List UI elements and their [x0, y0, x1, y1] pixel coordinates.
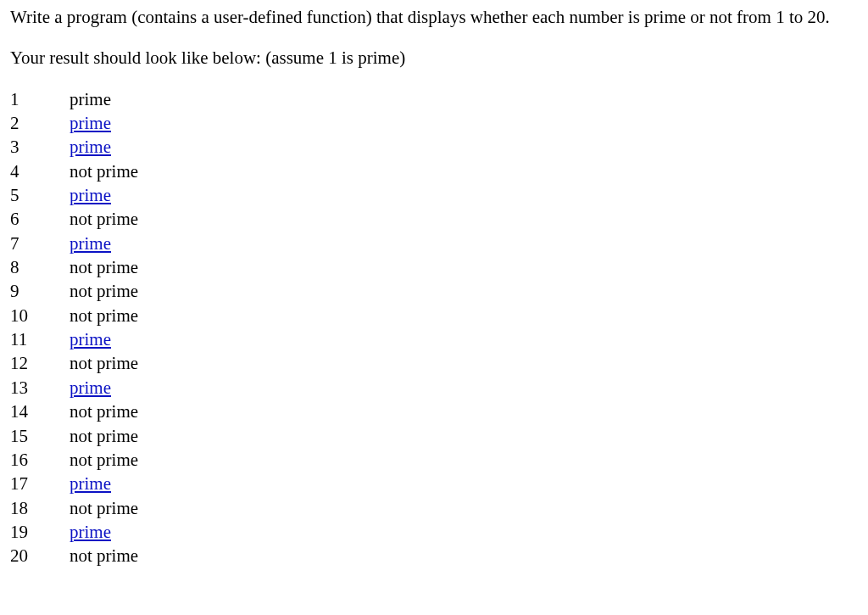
- result-status: prime: [70, 472, 138, 495]
- result-row: 17prime: [10, 472, 138, 495]
- result-status: not prime: [70, 448, 138, 472]
- result-status: prime: [70, 135, 138, 159]
- result-number: 7: [10, 232, 70, 255]
- result-number: 3: [10, 135, 70, 159]
- result-status: not prime: [70, 207, 138, 231]
- result-status: not prime: [70, 255, 138, 279]
- result-number: 5: [10, 183, 70, 207]
- result-status: not prime: [70, 544, 138, 567]
- results-table: 1prime2prime3prime4not prime5prime6not p…: [10, 87, 138, 568]
- result-instruction: Your result should look like below: (ass…: [10, 46, 858, 70]
- result-status: not prime: [70, 304, 138, 327]
- result-row: 15not prime: [10, 424, 138, 448]
- problem-statement: Write a program (contains a user-defined…: [10, 5, 858, 29]
- result-status: prime: [70, 232, 138, 255]
- result-number: 8: [10, 255, 70, 279]
- result-number: 16: [10, 448, 70, 472]
- result-row: 13prime: [10, 376, 138, 400]
- result-status: prime: [70, 376, 138, 400]
- result-row: 6not prime: [10, 207, 138, 231]
- result-status: not prime: [70, 424, 138, 448]
- result-number: 4: [10, 159, 70, 183]
- result-row: 18not prime: [10, 496, 138, 520]
- prime-link[interactable]: prime: [70, 377, 111, 398]
- result-row: 3prime: [10, 135, 138, 159]
- result-number: 13: [10, 376, 70, 400]
- prime-link[interactable]: prime: [70, 473, 111, 494]
- result-row: 1prime: [10, 87, 138, 111]
- prime-link[interactable]: prime: [70, 233, 111, 254]
- prime-link[interactable]: prime: [70, 113, 111, 133]
- result-number: 9: [10, 279, 70, 303]
- result-status: not prime: [70, 351, 138, 375]
- prime-link[interactable]: prime: [70, 137, 111, 157]
- result-number: 2: [10, 111, 70, 135]
- result-number: 19: [10, 520, 70, 544]
- result-row: 16not prime: [10, 448, 138, 472]
- result-number: 18: [10, 496, 70, 520]
- result-row: 8not prime: [10, 255, 138, 279]
- result-number: 14: [10, 400, 70, 423]
- result-number: 15: [10, 424, 70, 448]
- result-number: 6: [10, 207, 70, 231]
- result-number: 10: [10, 304, 70, 327]
- result-row: 9not prime: [10, 279, 138, 303]
- prime-link[interactable]: prime: [70, 522, 111, 542]
- result-status: not prime: [70, 496, 138, 520]
- result-number: 11: [10, 327, 70, 351]
- result-status: not prime: [70, 400, 138, 423]
- result-row: 14not prime: [10, 400, 138, 423]
- result-status: prime: [70, 111, 138, 135]
- result-status: prime: [70, 183, 138, 207]
- result-row: 4not prime: [10, 159, 138, 183]
- result-number: 17: [10, 472, 70, 495]
- result-status: prime: [70, 327, 138, 351]
- result-number: 1: [10, 87, 70, 111]
- result-status: not prime: [70, 279, 138, 303]
- result-row: 12not prime: [10, 351, 138, 375]
- prime-link[interactable]: prime: [70, 329, 111, 349]
- result-number: 20: [10, 544, 70, 567]
- result-row: 19prime: [10, 520, 138, 544]
- result-number: 12: [10, 351, 70, 375]
- result-row: 11prime: [10, 327, 138, 351]
- prime-link[interactable]: prime: [70, 185, 111, 205]
- result-status: prime: [70, 520, 138, 544]
- result-status: not prime: [70, 159, 138, 183]
- result-status: prime: [70, 87, 138, 111]
- result-row: 7prime: [10, 232, 138, 255]
- result-row: 20not prime: [10, 544, 138, 567]
- result-row: 10not prime: [10, 304, 138, 327]
- result-row: 2prime: [10, 111, 138, 135]
- result-row: 5prime: [10, 183, 138, 207]
